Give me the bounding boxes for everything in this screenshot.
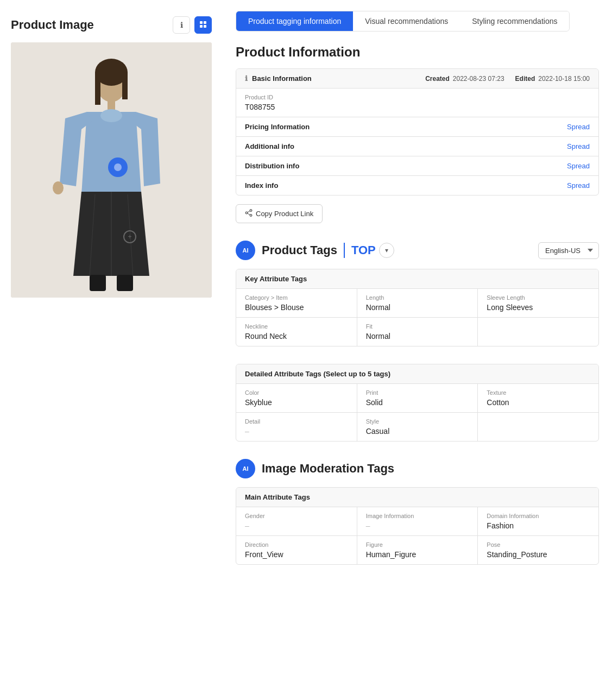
detail-value: – (245, 427, 348, 436)
additional-info-label: Additional info (245, 142, 294, 150)
main-attr-cell-domain-info: Domain Information Fashion (478, 507, 598, 535)
icon-button-group: ℹ (173, 16, 212, 34)
detail-attr-cell-empty2 (478, 413, 598, 441)
tab-product-tagging[interactable]: Product tagging information (236, 11, 353, 31)
key-attr-cell-empty (478, 318, 598, 346)
figure-value: Human_Figure (366, 550, 469, 559)
main-attr-row-1: Gender – Image Information – Domain Info… (236, 507, 598, 536)
svg-point-18 (114, 163, 122, 171)
key-attribute-tags-table: Key Attribute Tags Category > Item Blous… (236, 269, 599, 346)
key-attr-cell-fit: Fit Normal (357, 318, 478, 346)
index-info-row: Index info Spread (236, 175, 598, 195)
pricing-info-row: Pricing Information Spread (236, 117, 598, 136)
pose-value: Standing_Posture (487, 550, 590, 559)
edited-meta: Edited 2022-10-18 15:00 (515, 75, 590, 83)
svg-rect-8 (122, 72, 128, 99)
top-label: TOP (351, 243, 376, 257)
main-attr-row-2: Direction Front_View Figure Human_Figure… (236, 536, 598, 564)
key-attr-cell-sleeve-length: Sleeve Length Long Sleeves (478, 289, 598, 317)
basic-info-meta: Created 2022-08-23 07:23 Edited 2022-10-… (425, 75, 590, 83)
fit-label: Fit (366, 323, 469, 330)
key-attr-cell-length: Length Normal (357, 289, 478, 317)
detail-attr-row-2: Detail – Style Casual (236, 413, 598, 441)
product-tags-header: AI Product Tags TOP ▾ English-US Korean … (236, 241, 599, 260)
svg-point-10 (100, 109, 122, 122)
created-value: 2022-08-23 07:23 (453, 75, 504, 83)
image-moderation-ai-badge: AI (236, 459, 255, 478)
top-badge: TOP ▾ (344, 243, 394, 258)
grid-icon (199, 21, 207, 30)
basic-info-header-left: ℹ Basic Information (245, 74, 312, 83)
chevron-down-icon: ▾ (385, 247, 388, 254)
sleeve-length-value: Long Sleeves (487, 303, 590, 312)
svg-rect-15 (117, 275, 133, 291)
svg-line-25 (248, 213, 250, 215)
index-info-label: Index info (245, 181, 278, 190)
copy-product-link-button[interactable]: Copy Product Link (236, 204, 323, 223)
key-attr-cell-neckline: Neckline Round Neck (236, 318, 357, 346)
distribution-info-label: Distribution info (245, 162, 299, 170)
additional-info-row: Additional info Spread (236, 136, 598, 156)
distribution-spread-link[interactable]: Spread (567, 162, 590, 170)
product-id-cell: Product ID T088755 (236, 89, 418, 117)
tab-visual-recommendations[interactable]: Visual recommendations (353, 11, 460, 31)
detail-attr-cell-style: Style Casual (357, 413, 478, 441)
created-meta: Created 2022-08-23 07:23 (425, 75, 504, 83)
edited-value: 2022-10-18 15:00 (538, 75, 590, 83)
additional-spread-link[interactable]: Spread (567, 142, 590, 150)
product-image-title: Product Image (11, 18, 94, 32)
edited-label: Edited (515, 75, 535, 83)
share-icon (245, 209, 253, 218)
top-chevron-button[interactable]: ▾ (379, 243, 394, 258)
main-attr-cell-figure: Figure Human_Figure (357, 536, 478, 564)
category-label: Category > Item (245, 294, 348, 301)
image-info-value: – (366, 521, 469, 530)
texture-label: Texture (487, 389, 590, 396)
detail-attr-cell-texture: Texture Cotton (478, 384, 598, 412)
pricing-spread-link[interactable]: Spread (567, 123, 590, 131)
basic-info-header: ℹ Basic Information Created 2022-08-23 0… (236, 69, 598, 88)
svg-rect-3 (204, 25, 206, 28)
index-spread-link[interactable]: Spread (567, 181, 590, 190)
product-id-extra-cell (418, 89, 599, 117)
detailed-attribute-tags-header: Detailed Attribute Tags (Select up to 5 … (236, 364, 598, 384)
detail-label: Detail (245, 418, 348, 425)
length-label: Length (366, 294, 469, 301)
product-tags-ai-badge: AI (236, 241, 255, 260)
fit-value: Normal (366, 332, 469, 340)
color-value: Skyblue (245, 398, 348, 407)
main-attribute-tags-table: Main Attribute Tags Gender – Image Infor… (236, 487, 599, 565)
svg-rect-7 (95, 72, 100, 105)
svg-rect-14 (90, 275, 106, 291)
grid-icon-button[interactable] (194, 16, 212, 34)
detail-attr-cell-color: Color Skyblue (236, 384, 357, 412)
created-label: Created (425, 75, 450, 83)
key-attr-row-1: Category > Item Blouses > Blouse Length … (236, 289, 598, 318)
image-moderation-title: Image Moderation Tags (262, 462, 394, 476)
tab-bar: Product tagging information Visual recom… (236, 11, 570, 31)
direction-value: Front_View (245, 550, 348, 559)
product-info-section-title: Product Information (236, 45, 599, 60)
language-select[interactable]: English-US Korean Japanese Chinese (538, 242, 599, 259)
main-attr-cell-direction: Direction Front_View (236, 536, 357, 564)
image-info-label: Image Information (366, 513, 469, 519)
tab-styling-recommendations[interactable]: Styling recommendations (460, 11, 569, 31)
info-icon-button[interactable]: ℹ (173, 16, 190, 34)
main-attr-cell-gender: Gender – (236, 507, 357, 535)
detail-attr-row-1: Color Skyblue Print Solid Texture Cotton (236, 384, 598, 413)
domain-info-label: Domain Information (487, 513, 590, 519)
product-id-value: T088755 (245, 103, 409, 111)
key-attr-cell-category: Category > Item Blouses > Blouse (236, 289, 357, 317)
image-moderation-header: AI Image Moderation Tags (236, 459, 599, 478)
svg-point-21 (250, 210, 252, 212)
detail-attr-cell-detail: Detail – (236, 413, 357, 441)
length-value: Normal (366, 303, 469, 312)
print-label: Print (366, 389, 469, 396)
neckline-label: Neckline (245, 323, 348, 330)
pricing-info-label: Pricing Information (245, 123, 310, 131)
figure-label: Figure (366, 541, 469, 548)
main-attribute-tags-header: Main Attribute Tags (236, 488, 598, 507)
svg-rect-0 (200, 21, 203, 24)
product-image-container: + (11, 42, 212, 298)
basic-info-label: Basic Information (252, 74, 312, 83)
